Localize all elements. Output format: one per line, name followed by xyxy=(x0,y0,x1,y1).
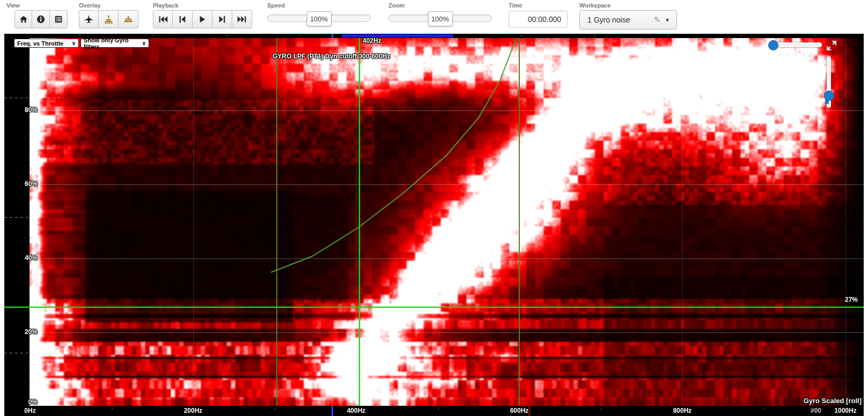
time-input[interactable]: 00:00.000 xyxy=(509,11,568,28)
speed-slider[interactable]: 100% xyxy=(267,14,371,22)
graph-vertical-slider[interactable] xyxy=(827,56,831,108)
expand-button[interactable] xyxy=(826,40,837,51)
playback-group-label: Playback xyxy=(153,2,179,9)
speed-group-label: Speed xyxy=(267,2,285,9)
workspace-select[interactable]: 1 Gyro noise ✎ ▼ xyxy=(579,10,677,29)
sticks-icon xyxy=(104,14,114,25)
blackbox-explorer-window: { "toolbar": { "view": {"label": "View",… xyxy=(0,0,868,416)
home-icon xyxy=(19,14,28,24)
view-mode-value: Freq. vs Throttle xyxy=(17,40,63,47)
log-list-button[interactable] xyxy=(50,10,68,28)
filter-mode-value: Show only Gyro filters xyxy=(84,37,138,50)
expand-icon xyxy=(826,40,837,51)
graph-vertical-slider-handle[interactable] xyxy=(824,91,834,101)
next-frame-button[interactable] xyxy=(212,10,232,28)
play-icon xyxy=(198,16,207,23)
motors-icon xyxy=(123,14,134,25)
chevron-down-icon: ∨ xyxy=(68,40,76,46)
craft-overlay-button[interactable] xyxy=(79,10,99,28)
log-list-icon xyxy=(54,14,63,24)
time-group-label: Time xyxy=(509,2,522,9)
zoom-group-label: Zoom xyxy=(388,2,404,9)
log-info-button[interactable] xyxy=(32,10,50,28)
skip-start-icon xyxy=(158,16,168,23)
workspace-value: 1 Gyro noise xyxy=(580,16,654,24)
zoom-slider[interactable]: 100% xyxy=(388,14,492,22)
prev-frame-icon xyxy=(178,16,187,23)
zoom-slider-handle[interactable]: 100% xyxy=(428,11,453,26)
graph-zoom-slider[interactable] xyxy=(772,42,822,47)
sticks-overlay-button[interactable] xyxy=(99,10,119,28)
motors-overlay-button[interactable] xyxy=(119,10,138,28)
chevron-down-icon: ∨ xyxy=(138,40,146,46)
graph-zoom-slider-handle[interactable] xyxy=(768,40,778,50)
view-group-label: View xyxy=(6,2,20,9)
overlay-group-label: Overlay xyxy=(79,2,100,9)
pencil-icon[interactable]: ✎ xyxy=(654,15,661,25)
info-icon xyxy=(36,14,46,24)
prev-frame-button[interactable] xyxy=(173,10,193,28)
next-frame-icon xyxy=(218,16,226,23)
workspace-group-label: Workspace xyxy=(579,2,611,9)
speed-slider-handle[interactable]: 100% xyxy=(307,11,332,26)
craft-plane-icon xyxy=(84,14,94,25)
filter-mode-select[interactable]: Show only Gyro filters∨ xyxy=(80,39,149,48)
home-button[interactable] xyxy=(14,10,32,28)
skip-to-end-button[interactable] xyxy=(232,10,252,28)
play-button[interactable] xyxy=(193,10,212,28)
view-mode-select[interactable]: Freq. vs Throttle∨ xyxy=(14,39,79,48)
skip-end-icon xyxy=(237,16,247,23)
toolbar: View Overlay xyxy=(0,0,868,33)
chevron-down-icon: ▼ xyxy=(665,17,670,23)
spectrogram-graph: Freq. vs Throttle∨ Show only Gyro filter… xyxy=(4,34,864,416)
skip-to-start-button[interactable] xyxy=(153,10,173,28)
spectrogram-canvas[interactable] xyxy=(4,34,864,416)
